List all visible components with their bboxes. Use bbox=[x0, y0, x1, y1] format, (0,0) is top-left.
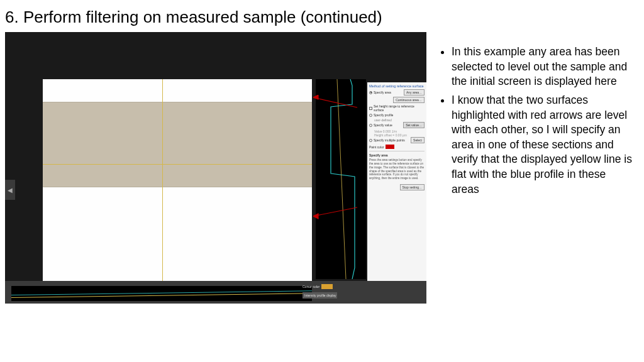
panel-title: Method of setting reference surface bbox=[369, 84, 425, 88]
svg-marker-4 bbox=[313, 214, 318, 219]
sample-channel-band bbox=[43, 102, 312, 187]
expand-tab-icon: ◀ bbox=[5, 180, 15, 200]
sample-viewport bbox=[43, 79, 312, 287]
svg-marker-2 bbox=[313, 95, 318, 99]
radio-specify-profile-label: Specify profile bbox=[374, 113, 393, 117]
radio-multiple-points-label: Specify multiple points bbox=[374, 138, 405, 142]
content-row: ◀ Method of setting reference surface bbox=[0, 32, 644, 304]
paint-color-swatch[interactable] bbox=[386, 145, 394, 149]
height-range-label: Set height range to reference surface bbox=[374, 104, 425, 112]
bullet-1: In this example any area has been select… bbox=[452, 45, 633, 89]
continuous-area-button[interactable]: Continuous area… bbox=[393, 97, 425, 103]
reference-surface-panel: Method of setting reference surface Spec… bbox=[367, 82, 426, 304]
intensity-display-button[interactable]: Intensity profile display bbox=[303, 292, 337, 299]
help-title: Specify area bbox=[369, 153, 425, 157]
radio-specify-profile[interactable] bbox=[369, 114, 372, 117]
cursor-color-row: Cursor color bbox=[303, 283, 337, 290]
app-screenshot: ◀ Method of setting reference surface bbox=[5, 32, 426, 304]
radio-specify-value[interactable] bbox=[369, 124, 372, 127]
select-button[interactable]: Select bbox=[411, 137, 425, 143]
bottom-profile-strip: Cursor color Intensity profile display bbox=[5, 281, 426, 304]
radio-specify-area-label: Specify area bbox=[374, 90, 391, 94]
radio-specify-value-label: Specify value bbox=[374, 123, 392, 127]
set-value-button[interactable]: Set value… bbox=[403, 122, 425, 128]
stop-setting-button[interactable]: Stop setting… bbox=[400, 184, 425, 190]
height-range-checkbox[interactable] bbox=[369, 107, 372, 110]
bullet-2: I know that the two surfaces highlighted… bbox=[452, 93, 633, 197]
radio-multiple-points[interactable] bbox=[369, 139, 372, 142]
svg-line-3 bbox=[313, 207, 357, 216]
separator bbox=[369, 151, 425, 151]
cursor-color-label: Cursor color bbox=[303, 285, 319, 288]
crosshair-vertical bbox=[162, 79, 163, 287]
crosshair-horizontal bbox=[43, 164, 312, 165]
any-area-button[interactable]: Any area… bbox=[404, 89, 425, 96]
red-arrow-top bbox=[313, 95, 362, 110]
red-arrow-bottom bbox=[313, 205, 362, 220]
slide-title: 6. Perform filtering on measured sample … bbox=[0, 0, 644, 32]
explanation-bullets: In this example any area has been select… bbox=[438, 32, 633, 304]
radio-specify-area[interactable] bbox=[369, 91, 372, 94]
paint-color-label: Paint color bbox=[369, 145, 384, 149]
svg-line-1 bbox=[313, 97, 357, 107]
help-body: Press the area settings button and speci… bbox=[369, 158, 425, 180]
bottom-profile-plot bbox=[11, 286, 312, 301]
